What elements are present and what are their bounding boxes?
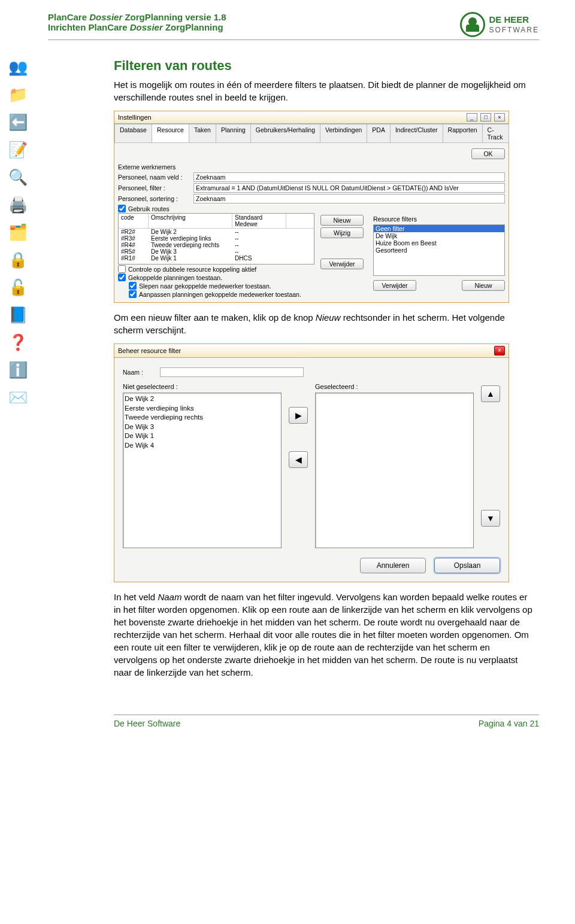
lock-closed-icon[interactable]: 🔒: [5, 247, 31, 273]
checkbox-gekoppeld[interactable]: [118, 273, 126, 281]
routes-table[interactable]: codeOmschrijvingStandaard Medewe #R2#De …: [118, 213, 314, 265]
table-row[interactable]: #R5#De Wijk 3--: [119, 248, 314, 255]
footer-right: Pagina 4 van 21: [479, 719, 539, 728]
header-title: PlanCare Dossier ZorgPlanning versie 1.8…: [48, 12, 226, 32]
archive-icon[interactable]: 🗂️: [5, 219, 31, 245]
move-down-button[interactable]: ▼: [481, 510, 500, 527]
tab-gebruikers[interactable]: Gebruikers/Herhaling: [250, 124, 320, 142]
tab-taken[interactable]: Taken: [189, 124, 216, 142]
list-item[interactable]: De Wijk 4: [125, 441, 280, 451]
field-filter-input[interactable]: [193, 183, 505, 193]
paragraph-2: Om een nieuw filter aan te maken, klik o…: [114, 311, 533, 336]
page-footer: De Heer Software Pagina 4 van 21: [114, 715, 539, 728]
maximize-icon[interactable]: □: [480, 113, 491, 121]
close-icon[interactable]: ×: [494, 346, 505, 355]
mail-icon[interactable]: ✉️: [5, 384, 31, 411]
niet-geselecteerd-list[interactable]: De Wijk 2 Eerste verdieping links Tweede…: [123, 393, 282, 548]
ok-button[interactable]: OK: [471, 148, 505, 159]
section-title: Filteren van routes: [114, 58, 539, 74]
intro-paragraph: Het is mogelijk om routes in één of meer…: [114, 78, 533, 104]
tab-database[interactable]: Database: [114, 124, 152, 142]
move-up-button[interactable]: ▲: [481, 385, 500, 402]
table-row[interactable]: #R4#Tweede verdieping rechts--: [119, 242, 314, 248]
table-row[interactable]: #R3#Eerste verdieping links--: [119, 235, 314, 242]
geselecteerd-list[interactable]: [315, 393, 474, 548]
verwijder-filter-button[interactable]: Verwijder: [373, 280, 416, 291]
sidebar: 👥 📁 ⬅️ 📝 🔍 🖨️ 🗂️ 🔒 🔓 📘 ❓ ℹ️ ✉️: [5, 54, 31, 411]
wijzig-route-button[interactable]: Wijzig: [320, 227, 364, 238]
beheer-filter-dialog: Beheer resource filter × Naam : Niet ges…: [114, 344, 509, 582]
field-naam-label: Personeel, naam veld :: [118, 174, 190, 181]
dialog-title: Instellingen: [118, 114, 152, 121]
field-naam-input[interactable]: [193, 172, 505, 182]
niet-geselecteerd-label: Niet geselecteerd :: [123, 383, 282, 390]
checkbox-gebruik-routes-label: Gebruik routes: [128, 205, 170, 212]
checkbox-aanpassen[interactable]: [129, 290, 137, 298]
info-icon[interactable]: ℹ️: [5, 357, 31, 383]
list-item[interactable]: De Wijk 3: [125, 423, 280, 432]
minimize-icon[interactable]: _: [467, 113, 477, 121]
checkbox-aanpassen-label: Aanpassen planningen gekoppelde medewerk…: [139, 291, 301, 298]
help-icon[interactable]: ❓: [5, 329, 31, 355]
checkbox-dubbele-label: Controle op dubbele resource koppeling a…: [128, 266, 256, 273]
tab-bar: Database Resource Taken Planning Gebruik…: [114, 124, 509, 143]
checkbox-dubbele[interactable]: [118, 265, 126, 273]
folder-icon[interactable]: 📁: [5, 81, 31, 108]
move-left-button[interactable]: ◀: [289, 451, 308, 468]
tab-planning[interactable]: Planning: [216, 124, 251, 142]
print-icon[interactable]: 🖨️: [5, 192, 31, 218]
naam-input[interactable]: [160, 367, 304, 377]
annuleren-button[interactable]: Annuleren: [360, 558, 426, 573]
window-controls: _ □ ×: [465, 113, 505, 121]
opslaan-button[interactable]: Opslaan: [434, 558, 500, 573]
logo: DE HEERSOFTWARE: [460, 12, 539, 37]
logo-icon: [460, 12, 485, 37]
tab-rapporten[interactable]: Rapporten: [443, 124, 483, 142]
list-item[interactable]: Tweede verdieping rechts: [125, 413, 280, 423]
list-item[interactable]: Gesorteerd: [374, 247, 504, 254]
geselecteerd-label: Geselecteerd :: [315, 383, 474, 390]
list-item[interactable]: Huize Boom en Beest: [374, 239, 504, 247]
lock-open-icon[interactable]: 🔓: [5, 274, 31, 300]
verwijder-route-button[interactable]: Verwijder: [320, 259, 364, 269]
field-filter-label: Personeel, filter :: [118, 184, 190, 192]
move-right-button[interactable]: ▶: [289, 407, 308, 424]
book-icon[interactable]: 📘: [5, 302, 31, 328]
col-medewerker: Standaard Medewe: [232, 214, 286, 228]
tab-pda[interactable]: PDA: [367, 124, 391, 142]
footer-left: De Heer Software: [114, 719, 180, 728]
checkbox-slepen[interactable]: [129, 282, 137, 290]
list-item[interactable]: Eerste verdieping links: [125, 404, 280, 414]
group-label: Externe werknemers: [118, 163, 505, 171]
list-item[interactable]: Geen filter: [374, 225, 504, 232]
checkbox-gekoppeld-label: Gekoppelde planningen toestaan.: [128, 274, 222, 281]
page-header: PlanCare Dossier ZorgPlanning versie 1.8…: [48, 12, 539, 40]
field-sort-label: Personeel, sortering :: [118, 195, 190, 202]
table-row[interactable]: #R1#De Wijk 1DHCS: [119, 255, 314, 262]
list-item[interactable]: De Wijk 2: [125, 394, 280, 404]
checkbox-slepen-label: Slepen naar gekoppelde medewerker toesta…: [139, 282, 271, 290]
nieuw-route-button[interactable]: Nieuw: [320, 215, 364, 226]
resource-filters-list[interactable]: Geen filter De Wijk Huize Boom en Beest …: [373, 224, 505, 276]
checkbox-gebruik-routes[interactable]: [118, 205, 126, 212]
col-omschrijving: Omschrijving: [149, 214, 232, 228]
note-add-icon[interactable]: 📝: [5, 136, 31, 163]
table-row[interactable]: #R2#De Wijk 2--: [119, 229, 314, 235]
paragraph-3: In het veld Naam wordt de naam van het f…: [114, 591, 533, 679]
tab-indirect[interactable]: Indirect/Cluster: [390, 124, 443, 142]
naam-label: Naam :: [123, 369, 156, 376]
dialog-title: Beheer resource filter: [118, 347, 181, 354]
nieuw-filter-button[interactable]: Nieuw: [462, 280, 505, 291]
settings-dialog: Instellingen _ □ × Database Resource Tak…: [114, 111, 509, 303]
search-icon[interactable]: 🔍: [5, 164, 31, 190]
tab-ctrack[interactable]: C-Track: [482, 124, 509, 142]
tab-verbindingen[interactable]: Verbindingen: [320, 124, 367, 142]
field-sort-input[interactable]: [193, 194, 505, 203]
list-item[interactable]: De Wijk: [374, 232, 504, 239]
tab-resource[interactable]: Resource: [152, 124, 189, 142]
close-icon[interactable]: ×: [494, 113, 505, 121]
back-icon[interactable]: ⬅️: [5, 109, 31, 135]
people-icon[interactable]: 👥: [5, 54, 31, 80]
resource-filters-label: Resource filters: [373, 215, 505, 223]
list-item[interactable]: De Wijk 1: [125, 431, 280, 441]
